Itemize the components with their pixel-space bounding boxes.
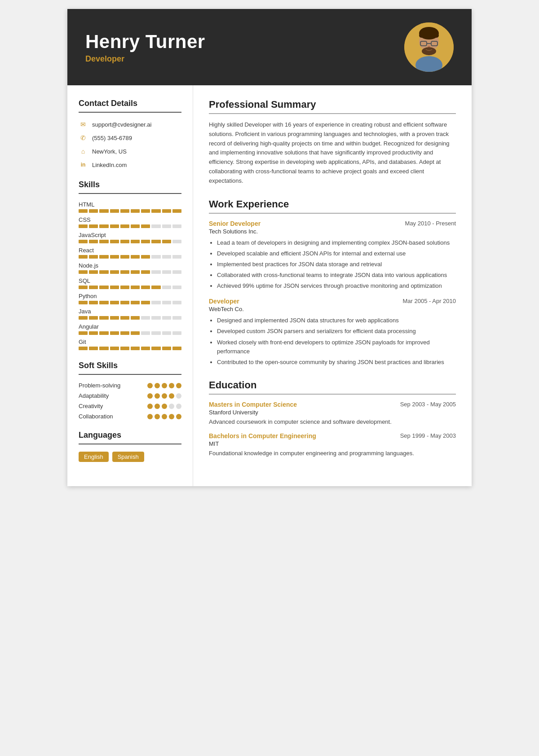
contact-title: Contact Details — [79, 99, 181, 108]
soft-skill-collaboration: Collaboration — [79, 413, 181, 420]
contact-location: ⌂ NewYork, US — [79, 147, 181, 156]
skill-html: HTML — [79, 201, 181, 213]
lang-english: English — [79, 452, 109, 462]
soft-skills-title: Soft Skills — [79, 361, 181, 370]
skill-css: CSS — [79, 216, 181, 228]
job-2-company: WebTech Co. — [209, 306, 456, 312]
skill-javascript: JavaScript — [79, 232, 181, 243]
job-1-title: Senior Developer — [209, 220, 261, 227]
soft-skill-adaptability: Adaptability — [79, 392, 181, 399]
job-2-bullet-4: Contributed to the open-source community… — [217, 358, 456, 367]
location-text: NewYork, US — [92, 148, 127, 155]
phone-icon: ✆ — [79, 133, 88, 142]
job-2-bullets: Designed and implemented JSON data struc… — [209, 316, 456, 367]
work-experience-title: Work Experience — [209, 198, 456, 210]
job-2-bullet-1: Designed and implemented JSON data struc… — [217, 316, 456, 325]
edu-2-title: Bachelors in Computer Engineering — [209, 432, 316, 440]
linkedin-icon: in — [79, 160, 88, 169]
skill-git: Git — [79, 338, 181, 350]
languages-title: Languages — [79, 431, 181, 440]
header: Henry Turner Developer — [67, 9, 472, 85]
contact-section: Contact Details ✉ support@cvdesigner.ai … — [79, 99, 181, 169]
education-section: Education Masters in Computer Science Se… — [209, 379, 456, 458]
edu-2-desc: Foundational knowledge in computer engin… — [209, 449, 456, 458]
skills-section: Skills HTML CSS JavaScript — [79, 180, 181, 350]
edu-1-header: Masters in Computer Science Sep 2003 - M… — [209, 401, 456, 408]
work-experience-section: Work Experience Senior Developer May 201… — [209, 198, 456, 367]
summary-section: Professional Summary Highly skilled Deve… — [209, 99, 456, 186]
job-1-bullet-3: Implemented best practices for JSON data… — [217, 260, 456, 269]
edu-1-desc: Advanced coursework in computer science … — [209, 418, 456, 426]
job-1: Senior Developer May 2010 - Present Tech… — [209, 220, 456, 291]
svg-point-8 — [422, 47, 436, 55]
education-divider — [209, 394, 456, 395]
left-column: Contact Details ✉ support@cvdesigner.ai … — [67, 85, 193, 486]
header-left: Henry Turner Developer — [85, 31, 205, 64]
languages-divider — [79, 444, 181, 444]
svg-rect-3 — [419, 33, 439, 38]
skill-java: Java — [79, 308, 181, 320]
soft-skills-divider — [79, 374, 181, 375]
job-2-header: Developer Mar 2005 - Apr 2010 — [209, 298, 456, 305]
summary-divider — [209, 113, 456, 114]
skill-python: Python — [79, 293, 181, 304]
body: Contact Details ✉ support@cvdesigner.ai … — [67, 85, 472, 486]
job-1-bullets: Lead a team of developers in designing a… — [209, 238, 456, 291]
email-icon: ✉ — [79, 120, 88, 129]
location-icon: ⌂ — [79, 147, 88, 156]
skill-nodejs: Node.js — [79, 262, 181, 274]
language-tags: English Spanish — [79, 452, 181, 462]
avatar — [404, 22, 454, 72]
resume-container: Henry Turner Developer — [67, 9, 472, 486]
edu-1: Masters in Computer Science Sep 2003 - M… — [209, 401, 456, 426]
edu-2: Bachelors in Computer Engineering Sep 19… — [209, 432, 456, 458]
job-1-bullet-5: Achieved 99% uptime for JSON services th… — [217, 281, 456, 290]
contact-linkedin: in LinkedIn.com — [79, 160, 181, 169]
job-2-bullet-3: Worked closely with front-end developers… — [217, 338, 456, 356]
edu-1-school: Stanford University — [209, 409, 456, 416]
job-1-header: Senior Developer May 2010 - Present — [209, 220, 456, 227]
job-1-dates: May 2010 - Present — [405, 220, 456, 227]
job-1-bullet-2: Developed scalable and efficient JSON AP… — [217, 249, 456, 258]
job-1-bullet-4: Collaborated with cross-functional teams… — [217, 271, 456, 280]
skill-sql: SQL — [79, 277, 181, 289]
contact-phone: ✆ (555) 345-6789 — [79, 133, 181, 142]
languages-section: Languages English Spanish — [79, 431, 181, 462]
linkedin-text: LinkedIn.com — [92, 162, 127, 168]
job-2: Developer Mar 2005 - Apr 2010 WebTech Co… — [209, 298, 456, 367]
skills-divider — [79, 193, 181, 194]
edu-2-dates: Sep 1999 - May 2003 — [400, 432, 456, 439]
soft-skill-creativity: Creativity — [79, 403, 181, 409]
candidate-title: Developer — [85, 54, 205, 64]
email-text: support@cvdesigner.ai — [92, 121, 151, 128]
right-column: Professional Summary Highly skilled Deve… — [193, 85, 472, 486]
job-1-company: Tech Solutions Inc. — [209, 228, 456, 235]
edu-2-school: MIT — [209, 440, 456, 447]
lang-spanish: Spanish — [112, 452, 144, 462]
work-divider — [209, 213, 456, 214]
job-2-dates: Mar 2005 - Apr 2010 — [402, 298, 456, 304]
summary-text: Highly skilled Developer with 16 years o… — [209, 120, 456, 186]
edu-1-dates: Sep 2003 - May 2005 — [400, 401, 456, 408]
edu-1-title: Masters in Computer Science — [209, 401, 297, 408]
phone-text: (555) 345-6789 — [92, 135, 132, 141]
job-1-bullet-1: Lead a team of developers in designing a… — [217, 238, 456, 247]
contact-divider — [79, 112, 181, 113]
soft-skill-problem-solving: Problem-solving — [79, 382, 181, 389]
summary-title: Professional Summary — [209, 99, 456, 110]
candidate-name: Henry Turner — [85, 31, 205, 53]
soft-skills-section: Soft Skills Problem-solving Adaptability… — [79, 361, 181, 420]
education-title: Education — [209, 379, 456, 391]
job-2-title: Developer — [209, 298, 239, 305]
skill-react: React — [79, 247, 181, 259]
contact-email: ✉ support@cvdesigner.ai — [79, 120, 181, 129]
edu-2-header: Bachelors in Computer Engineering Sep 19… — [209, 432, 456, 440]
job-2-bullet-2: Developed custom JSON parsers and serial… — [217, 327, 456, 336]
skill-angular: Angular — [79, 323, 181, 335]
skills-title: Skills — [79, 180, 181, 189]
